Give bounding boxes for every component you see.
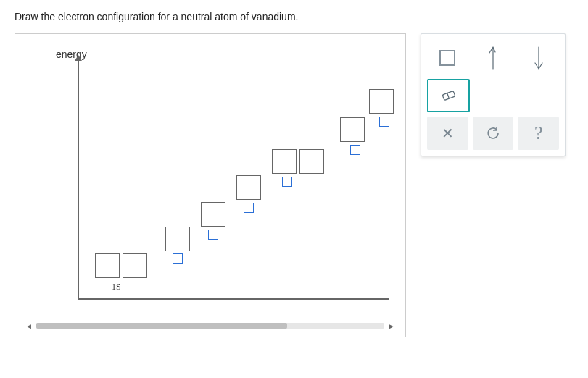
reset-icon [485, 125, 501, 141]
scroll-thumb[interactable] [36, 323, 287, 329]
orbital-subbox-7[interactable] [350, 145, 360, 155]
tool-spin-up[interactable] [473, 41, 514, 75]
arrow-up-icon [488, 46, 498, 70]
orbital-box-7[interactable] [340, 117, 365, 142]
orbital-box-4[interactable] [236, 175, 261, 200]
tool-help[interactable]: ? [518, 117, 559, 150]
scroll-left-arrow-icon[interactable]: ◄ [24, 321, 34, 331]
toolbox-empty-1 [474, 79, 514, 112]
tool-eraser[interactable] [427, 79, 470, 112]
tool-spin-down[interactable] [518, 41, 559, 75]
scroll-track[interactable] [36, 323, 384, 329]
scroll-right-arrow-icon[interactable]: ► [386, 321, 397, 331]
orbital-label-1s: 1S [112, 282, 121, 293]
horizontal-scrollbar[interactable]: ◄ ► [24, 321, 397, 331]
orbital-box-6[interactable] [299, 149, 324, 174]
workspace: energy 1S ◄ ► [15, 33, 573, 337]
tool-clear[interactable]: ✕ [427, 117, 468, 150]
orbital-box-2[interactable] [165, 227, 190, 251]
orbital-box-1[interactable] [123, 253, 147, 278]
tool-add-orbital-box[interactable] [427, 41, 468, 75]
orbital-subbox-2[interactable] [173, 253, 183, 264]
orbital-box-0[interactable] [95, 253, 120, 278]
y-axis-arrow-icon [78, 60, 79, 299]
help-icon: ? [534, 122, 543, 144]
toolbox-empty-2 [519, 79, 559, 112]
eraser-icon [439, 88, 458, 103]
orbital-box-3[interactable] [201, 202, 225, 227]
square-icon [439, 50, 455, 66]
orbital-subbox-3[interactable] [208, 230, 218, 240]
tool-reset[interactable] [473, 117, 514, 150]
orbital-subbox-4[interactable] [244, 203, 254, 213]
svg-rect-0 [442, 91, 455, 101]
energy-axis-label: energy [56, 49, 87, 60]
orbital-subbox-5[interactable] [282, 177, 292, 187]
question-prompt: Draw the electron configuration for a ne… [15, 11, 573, 22]
close-icon: ✕ [442, 125, 454, 142]
toolbox-panel: ✕ ? [421, 33, 566, 156]
energy-diagram[interactable]: energy 1S ◄ ► [15, 33, 406, 337]
orbital-box-8[interactable] [369, 89, 394, 114]
x-axis-line [78, 298, 389, 300]
arrow-down-icon [534, 46, 544, 70]
orbital-box-5[interactable] [272, 149, 297, 174]
orbital-subbox-8[interactable] [379, 117, 389, 127]
